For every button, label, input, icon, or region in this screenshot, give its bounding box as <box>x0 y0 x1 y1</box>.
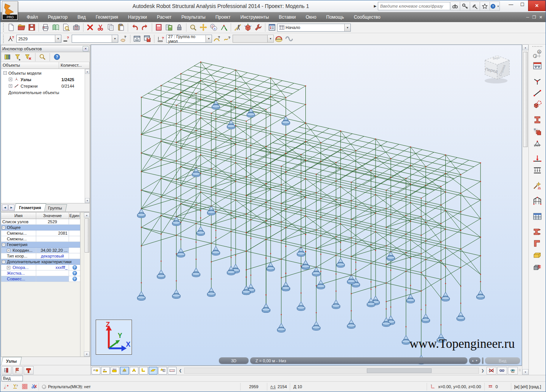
menu-item-2[interactable]: Вид <box>72 12 91 22</box>
supports-codes-toggle[interactable] <box>158 367 167 374</box>
view-field[interactable]: Вид <box>2 376 23 381</box>
delete-button[interactable] <box>85 22 95 32</box>
menu-item-7[interactable]: Проект <box>210 12 236 22</box>
save-project-button[interactable] <box>27 22 37 32</box>
cut-structure-button[interactable] <box>29 383 39 391</box>
property-help-icon[interactable]: ? <box>72 271 77 275</box>
select-bars-button[interactable] <box>219 22 229 32</box>
property-group-7[interactable]: −Дополнительные характеристики <box>1 259 80 265</box>
header-name[interactable]: Имя <box>1 213 36 219</box>
structure-tree-button[interactable] <box>2 366 11 374</box>
inspector-close-icon[interactable]: ✕ <box>83 46 88 51</box>
toolbar-grip[interactable] <box>3 35 5 43</box>
view-3d-button[interactable]: 3D <box>219 357 249 364</box>
toolbar-grip[interactable] <box>3 23 5 32</box>
node-selection-button[interactable]: ? <box>6 34 16 44</box>
layout-list-button[interactable] <box>267 22 277 32</box>
expand-icon[interactable]: + <box>9 78 12 81</box>
tab-0[interactable]: Геометрия <box>14 203 46 211</box>
app-logo[interactable]: PRO <box>2 1 18 20</box>
close-button[interactable]: ✕ <box>528 0 546 11</box>
property-row-0[interactable]: Список узлов2529 <box>1 219 80 225</box>
structure-wireframe[interactable] <box>91 45 522 365</box>
connections-button[interactable] <box>530 238 544 250</box>
search-button[interactable] <box>450 2 460 11</box>
screen-capture-button[interactable] <box>71 22 82 32</box>
tabs-scroll-right[interactable]: ▶ <box>8 205 14 211</box>
combo-arrow-icon[interactable]: ▼ <box>112 35 118 42</box>
cut-button[interactable] <box>95 22 106 32</box>
minimize-button[interactable]: — <box>505 0 517 8</box>
collapse-icon[interactable]: − <box>3 71 7 75</box>
inspector-help-button[interactable]: ? <box>52 53 62 61</box>
nodes-button[interactable] <box>530 75 544 87</box>
view-cube[interactable]: Верх Перед Справа <box>478 48 516 86</box>
header-value[interactable]: Значение <box>36 213 69 219</box>
tab-1[interactable]: Группы <box>43 204 67 211</box>
inspector-scrollbar[interactable]: ▲▼ <box>85 69 90 203</box>
bar-numbers-toggle[interactable]: N12 <box>111 367 119 374</box>
column-count[interactable]: Количест... <box>59 62 90 69</box>
search-expand-icon[interactable]: ▶ <box>373 2 378 10</box>
menu-item-1[interactable]: Редактор <box>43 12 73 22</box>
local-axes-toggle[interactable] <box>130 367 138 374</box>
combo-arrow-icon[interactable]: ▼ <box>267 35 273 42</box>
supports-button[interactable] <box>530 138 544 150</box>
load-case-combo[interactable]: 27 : Группа по умол▼ <box>166 35 212 43</box>
preferences-button[interactable] <box>253 22 263 32</box>
influence-line-button[interactable] <box>274 34 284 44</box>
resize-grip[interactable]: ⠿ <box>519 369 521 372</box>
add-node-button[interactable]: + <box>2 383 11 391</box>
mode-selection-button[interactable]: ? <box>212 34 222 44</box>
expand-icon[interactable]: + <box>9 84 12 88</box>
property-row-6[interactable]: Тип коор...декартовый <box>1 253 80 259</box>
tree-row-0[interactable]: −Объекты модели <box>1 70 85 76</box>
header-unit[interactable]: Един <box>69 213 80 219</box>
bar-selection-button[interactable]: ? <box>61 34 72 44</box>
view-3d-button[interactable] <box>243 22 253 32</box>
open-project-button[interactable] <box>16 22 27 32</box>
redo-button[interactable] <box>140 22 150 32</box>
pan-view-button[interactable] <box>198 22 209 32</box>
menu-item-8[interactable]: Инструменты <box>235 12 274 22</box>
menu-item-4[interactable]: Нагрузки <box>123 12 152 22</box>
z-level-spinner[interactable]: ▲▼ <box>469 357 480 364</box>
steel-members-button[interactable] <box>530 226 544 238</box>
property-row-8[interactable]: +Опора...xxxfff_? <box>1 265 80 270</box>
menu-item-10[interactable]: Окно <box>301 12 321 22</box>
combo-arrow-icon[interactable]: ▼ <box>206 35 212 42</box>
menu-item-0[interactable]: Файл <box>22 12 43 22</box>
result-combo[interactable]: ▼ <box>233 35 274 43</box>
bar-list-combo[interactable]: ▼ <box>72 35 118 43</box>
supports-display-toggle[interactable] <box>120 367 129 374</box>
view-compare-button[interactable]: QA <box>209 22 219 32</box>
section-view-button[interactable] <box>530 60 544 72</box>
property-group-4[interactable]: −Геометрия <box>1 242 80 248</box>
toolbar-grip[interactable] <box>532 46 542 47</box>
mdi-minimize-icon[interactable]: ─ <box>526 15 529 19</box>
save-view-button[interactable] <box>142 34 153 44</box>
frame-generator-button[interactable] <box>530 195 544 207</box>
layout-view-button[interactable]: Вид <box>485 357 520 364</box>
rc-members-button[interactable] <box>530 261 544 273</box>
nodal-loads-button[interactable] <box>530 153 544 165</box>
inspector-search-button[interactable] <box>38 53 47 61</box>
search-input[interactable] <box>378 2 450 10</box>
hide-objects-button[interactable] <box>487 367 496 374</box>
menu-item-5[interactable]: Расчет <box>152 12 177 22</box>
windows-grid-button[interactable] <box>20 383 29 391</box>
property-row-9[interactable]: Жестка...? <box>1 270 80 276</box>
expand-icon[interactable]: + <box>7 266 10 269</box>
menu-item-11[interactable]: Помощь <box>321 12 349 22</box>
structure-axes-button[interactable]: 1A <box>530 48 544 60</box>
tree-row-3[interactable]: Дополнительные объекты <box>1 89 85 96</box>
tree-row-1[interactable]: +Узлы1/2425 <box>1 76 85 83</box>
z-level-bar[interactable]: Z = 0,00 м - Низ <box>250 357 467 364</box>
pointer-help-button[interactable]: ? <box>118 34 128 44</box>
load-wizard-button[interactable] <box>530 180 544 192</box>
scrollbar-thumb[interactable] <box>367 368 432 373</box>
objects-button[interactable] <box>530 99 544 111</box>
node-symbols-toggle[interactable]: n <box>101 367 110 374</box>
collapse-icon[interactable]: − <box>2 260 5 264</box>
inspector-header[interactable]: Инспектор объектов ✕ <box>1 45 90 52</box>
